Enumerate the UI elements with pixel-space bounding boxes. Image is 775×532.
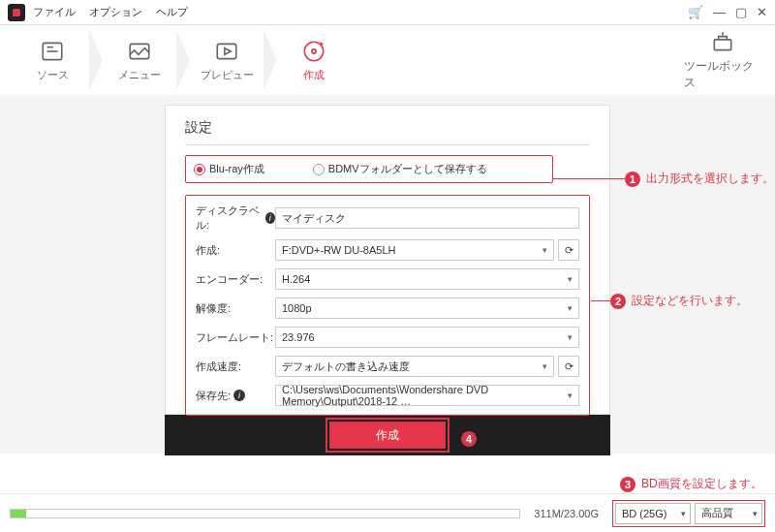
settings-group: ディスクラベル:i マイディスク 作成: F:DVD+-RW DU-8A5LH … [185,195,590,416]
svg-rect-8 [714,40,730,50]
menu-help[interactable]: ヘルプ [156,5,188,19]
saveto-input[interactable]: C:\Users\ws\Documents\Wondershare DVD Me… [275,385,579,406]
radio-icon [194,164,205,175]
info-icon[interactable]: i [233,390,245,401]
info-icon[interactable]: i [265,212,275,224]
settings-title: 設定 [185,119,590,137]
footer-bar: 311M/23.00G BD (25G) 高品質 [0,493,775,532]
annotation-4: 4 [461,431,477,447]
nav-toolbox[interactable]: ツールボックス [684,29,761,91]
step-nav: ソース メニュー プレビュー 作成 ツールボックス [0,25,775,95]
resolution-label: 解像度: [196,301,275,316]
titlebar: ファイル オプション ヘルプ 🛒 — ▢ ✕ [0,0,775,25]
radio-bluray[interactable]: Blu-ray作成 [194,162,264,176]
saveto-label: 保存先:i [196,389,275,403]
cart-icon[interactable]: 🛒 [688,5,703,19]
nav-create[interactable]: 作成 [275,30,353,90]
resolution-select[interactable]: 1080p [275,297,579,319]
annotation-3: 3 BD画質を設定します。 [620,476,762,492]
svg-marker-5 [225,47,232,54]
app-logo [8,4,25,21]
quality-group: BD (25G) 高品質 [612,500,765,527]
framerate-label: フレームレート: [196,330,275,345]
radio-bdmv-folder[interactable]: BDMVフォルダーとして保存する [313,162,487,176]
content-area: 設定 Blu-ray作成 BDMVフォルダーとして保存する ディスクラベル:i … [0,95,775,454]
radio-icon [313,164,325,175]
output-format-group: Blu-ray作成 BDMVフォルダーとして保存する [185,155,553,183]
encoder-label: エンコーダー: [196,272,275,287]
refresh-speed-button[interactable]: ⟳ [558,356,579,377]
disc-label-input[interactable]: マイディスク [275,207,579,229]
create-button[interactable]: 作成 [329,422,446,449]
create-drive-label: 作成: [196,243,275,258]
divider [185,144,590,145]
nav-menu[interactable]: メニュー [101,30,178,90]
menu-file[interactable]: ファイル [33,5,76,19]
disc-type-select[interactable]: BD (25G) [615,503,691,524]
nav-source[interactable]: ソース [14,30,91,90]
leader-line [591,300,610,301]
toolbox-icon [710,29,735,54]
close-button[interactable]: ✕ [757,5,767,19]
disc-label-label: ディスクラベル:i [196,203,275,233]
leader-line [552,178,625,179]
minimize-button[interactable]: — [713,5,726,19]
refresh-drive-button[interactable]: ⟳ [558,239,579,261]
speed-label: 作成速度: [196,360,275,374]
maximize-button[interactable]: ▢ [735,5,747,19]
svg-point-6 [304,42,324,61]
menu-bar: ファイル オプション ヘルプ [33,5,188,19]
svg-rect-4 [217,44,236,58]
play-icon [214,39,239,64]
settings-panel: 設定 Blu-ray作成 BDMVフォルダーとして保存する ディスクラベル:i … [165,105,610,415]
menu-option[interactable]: オプション [89,5,142,19]
svg-point-7 [312,48,316,52]
image-icon [127,39,152,64]
size-progress [10,509,520,518]
annotation-2: 2 設定などを行います。 [610,293,748,309]
nav-preview[interactable]: プレビュー [188,30,265,90]
quality-select[interactable]: 高品質 [695,503,762,524]
speed-select[interactable]: デフォルトの書き込み速度 [275,356,554,377]
window-controls: 🛒 — ▢ ✕ [688,5,767,19]
annotation-1: 1 出力形式を選択します。 [625,171,774,187]
size-text: 311M/23.00G [534,508,599,519]
create-drive-select[interactable]: F:DVD+-RW DU-8A5LH [275,239,554,261]
encoder-select[interactable]: H.264 [275,268,579,290]
disc-burn-icon [301,39,326,64]
source-icon [40,39,65,64]
framerate-select[interactable]: 23.976 [275,327,579,348]
